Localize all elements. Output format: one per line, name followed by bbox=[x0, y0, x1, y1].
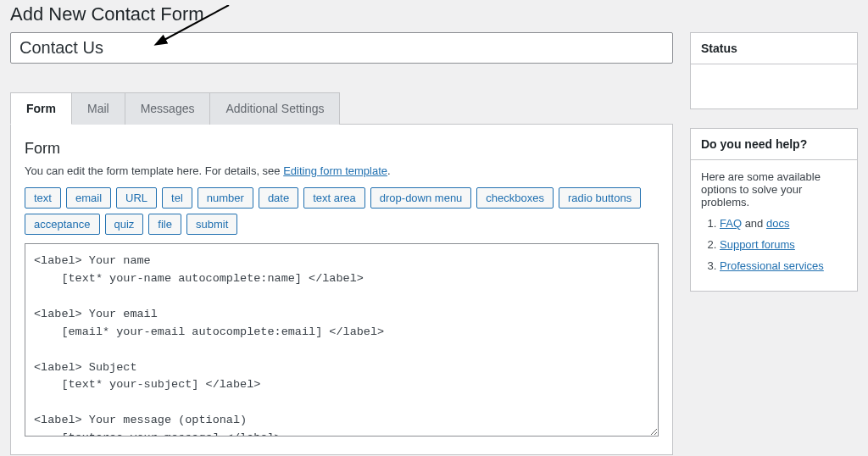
tag-file-button[interactable]: file bbox=[148, 214, 181, 235]
tabs-nav: Form Mail Messages Additional Settings bbox=[10, 92, 673, 125]
form-title-input[interactable] bbox=[10, 32, 673, 64]
tab-mail[interactable]: Mail bbox=[72, 92, 125, 125]
tag-quiz-button[interactable]: quiz bbox=[105, 214, 144, 235]
status-box-body bbox=[691, 64, 857, 108]
tag-email-button[interactable]: email bbox=[66, 187, 111, 209]
tab-additional-settings[interactable]: Additional Settings bbox=[210, 92, 340, 125]
help-intro: Here are some available options to solve… bbox=[701, 170, 847, 209]
tab-messages[interactable]: Messages bbox=[125, 92, 211, 125]
editing-form-template-link[interactable]: Editing form template bbox=[283, 164, 387, 177]
help-box-title: Do you need help? bbox=[691, 129, 857, 160]
tab-form[interactable]: Form bbox=[10, 92, 72, 125]
page-title: Add New Contact Form bbox=[10, 0, 858, 32]
docs-link[interactable]: docs bbox=[766, 217, 789, 230]
faq-link[interactable]: FAQ bbox=[720, 217, 742, 230]
form-template-textarea[interactable] bbox=[25, 243, 659, 437]
tag-checkboxes-button[interactable]: checkboxes bbox=[476, 187, 554, 209]
tag-dropdown-button[interactable]: drop-down menu bbox=[370, 187, 472, 209]
support-forums-link[interactable]: Support forums bbox=[720, 238, 795, 251]
help-item-pro: Professional services bbox=[720, 259, 847, 272]
help-box-body: Here are some available options to solve… bbox=[691, 160, 857, 291]
panel-heading: Form bbox=[25, 140, 659, 158]
help-item-faq: FAQ and docs bbox=[720, 217, 847, 230]
tag-acceptance-button[interactable]: acceptance bbox=[25, 214, 100, 235]
tag-radio-button[interactable]: radio buttons bbox=[559, 187, 641, 209]
tag-textarea-button[interactable]: text area bbox=[303, 187, 365, 209]
tag-url-button[interactable]: URL bbox=[116, 187, 157, 209]
status-box-title: Status bbox=[691, 33, 857, 64]
side-column: Status Do you need help? Here are some a… bbox=[690, 32, 858, 455]
tag-number-button[interactable]: number bbox=[198, 187, 253, 209]
tag-date-button[interactable]: date bbox=[259, 187, 298, 209]
main-column: Form Mail Messages Additional Settings F… bbox=[10, 32, 673, 455]
panel-description: You can edit the form template here. For… bbox=[25, 164, 659, 177]
help-item-support: Support forums bbox=[720, 238, 847, 251]
tag-generator-row: text email URL tel number date text area… bbox=[25, 187, 659, 235]
help-box: Do you need help? Here are some availabl… bbox=[690, 128, 858, 292]
tag-submit-button[interactable]: submit bbox=[186, 214, 237, 235]
status-box: Status bbox=[690, 32, 858, 109]
professional-services-link[interactable]: Professional services bbox=[720, 259, 824, 272]
tag-text-button[interactable]: text bbox=[25, 187, 61, 209]
tag-tel-button[interactable]: tel bbox=[162, 187, 192, 209]
tab-panel-form: Form You can edit the form template here… bbox=[10, 125, 673, 455]
